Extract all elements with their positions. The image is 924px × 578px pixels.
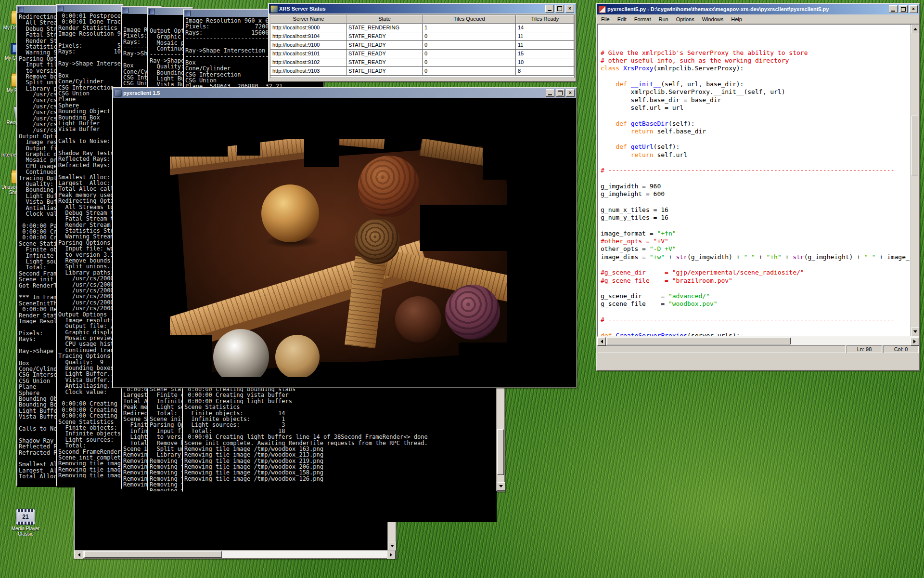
terminal-line: Removing tile image /tmp/woodbox_158.png xyxy=(184,470,495,475)
editor-text-area[interactable]: # Give the xmlrpclib's ServerProxy the a… xyxy=(597,24,919,337)
scroll-down-button[interactable] xyxy=(911,328,919,336)
unrendered-tile xyxy=(170,117,228,157)
scroll-right-icon xyxy=(913,340,918,343)
terminal-line: 0:00:01 Creating light buffers line 14 o… xyxy=(184,434,495,440)
menu-file[interactable]: File xyxy=(597,15,614,23)
status-col-indicator: Col: 0 xyxy=(883,345,919,353)
maximize-button[interactable] xyxy=(899,5,908,13)
menu-windows[interactable]: Windows xyxy=(698,15,728,23)
code-line xyxy=(601,26,910,33)
menu-run[interactable]: Run xyxy=(655,15,672,23)
xrs-cell[interactable]: STATE_READY xyxy=(346,32,423,41)
scrollbar-track[interactable] xyxy=(911,33,919,328)
minimize-icon xyxy=(891,11,895,12)
xrs-status-window[interactable]: XRS Server Status × Server NameStateTile… xyxy=(268,3,577,82)
scrollbar-track[interactable] xyxy=(83,551,387,558)
scroll-down-icon xyxy=(913,330,917,335)
xrs-cell[interactable]: http://localhost:9101 xyxy=(270,50,346,58)
wood-sphere-walnut xyxy=(355,219,400,264)
xrs-cell[interactable]: 15 xyxy=(516,50,574,58)
scrollbar-track[interactable] xyxy=(606,337,911,345)
media-player-classic-shortcut[interactable]: 21 Media Player Classic xyxy=(7,509,44,537)
xrs-cell[interactable]: http://localhost:9000 xyxy=(270,24,346,32)
editor-scrollbar-horizontal[interactable] xyxy=(597,337,919,345)
media-player-classic-icon: 21 xyxy=(16,509,35,525)
scroll-left-icon xyxy=(599,340,603,343)
xrs-cell[interactable]: STATE_READY xyxy=(346,67,423,76)
xrs-cell[interactable]: 0 xyxy=(423,32,516,41)
xrs-cell[interactable]: 0 xyxy=(423,41,516,50)
terminal-line xyxy=(58,55,121,61)
xrs-column-header[interactable]: State xyxy=(346,15,423,24)
xrs-cell[interactable]: STATE_READY xyxy=(346,41,423,50)
xrs-cell[interactable]: STATE_READY xyxy=(346,58,423,67)
scroll-left-icon xyxy=(76,553,80,557)
close-button[interactable]: × xyxy=(566,89,575,97)
menu-options[interactable]: Options xyxy=(672,15,698,23)
render-client-window[interactable]: pyxrsclient 1.5 × xyxy=(112,87,577,388)
terminal-line: Render Statistics xyxy=(58,25,121,31)
xrs-column-header[interactable]: Server Name xyxy=(270,15,346,24)
xrs-cell[interactable]: 11 xyxy=(516,41,574,50)
xrs-cell[interactable]: http://localhost:9100 xyxy=(270,41,346,50)
unrendered-tile xyxy=(170,335,212,377)
xrs-cell[interactable]: 1 xyxy=(423,24,516,32)
xrs-cell[interactable]: 0 xyxy=(423,67,516,76)
minimize-button[interactable] xyxy=(889,5,898,13)
editor-scrollbar-vertical[interactable] xyxy=(911,25,919,336)
xrs-column-header[interactable]: Tiles Ready xyxy=(516,15,574,24)
scroll-up-button[interactable] xyxy=(911,25,919,33)
scrollbar-thumb[interactable] xyxy=(607,338,791,344)
render-canvas xyxy=(113,98,576,387)
code-line: image_format = "+fn" xyxy=(601,230,910,237)
code-line xyxy=(601,112,910,119)
xrs-cell[interactable]: 10 xyxy=(516,58,574,67)
xrs-titlebar[interactable]: XRS Server Status × xyxy=(269,4,576,13)
xrs-cell[interactable]: 8 xyxy=(516,67,574,76)
scrollbar-thumb[interactable] xyxy=(497,429,504,475)
xrs-cell[interactable]: http://localhost:9104 xyxy=(270,32,346,41)
minimize-button[interactable] xyxy=(546,89,554,97)
xrs-cell[interactable]: 14 xyxy=(516,24,574,32)
minimize-icon xyxy=(548,10,552,11)
terminal-icon xyxy=(18,7,24,13)
code-line xyxy=(601,285,910,292)
render-titlebar[interactable]: pyxrsclient 1.5 × xyxy=(113,88,576,98)
scroll-left-button[interactable] xyxy=(597,337,606,346)
xrs-cell[interactable]: 0 xyxy=(423,58,516,67)
console-scrollbar-horizontal[interactable] xyxy=(75,550,396,558)
terminal-icon xyxy=(149,9,155,14)
menu-help[interactable]: Help xyxy=(727,15,746,23)
xrs-cell[interactable]: STATE_READY xyxy=(346,50,423,58)
close-button[interactable]: × xyxy=(565,5,574,13)
minimize-button[interactable] xyxy=(545,5,554,13)
maximize-button[interactable] xyxy=(555,5,564,13)
scroll-left-button[interactable] xyxy=(75,551,83,559)
status-line-indicator: Ln: 98 xyxy=(847,345,882,353)
xrs-cell[interactable]: http://localhost:9103 xyxy=(270,67,346,76)
scroll-right-button[interactable] xyxy=(387,551,396,559)
terminal-titlebar[interactable] xyxy=(57,5,123,12)
unrendered-tile xyxy=(320,362,388,377)
terminal-line: Light sources: 3 xyxy=(58,437,121,443)
terminal-line: Removing tile image /tmp/w xyxy=(58,460,121,466)
editor-titlebar[interactable]: pyxrsclient5.py - D:\cygwin\home\themaxx… xyxy=(597,4,919,14)
terminal-line: 0:00:01 Done Tracing xyxy=(58,19,121,25)
close-button[interactable]: × xyxy=(909,5,918,13)
menu-format[interactable]: Format xyxy=(630,15,655,23)
xrs-cell[interactable]: 0 xyxy=(423,50,516,58)
scroll-down-button[interactable] xyxy=(388,542,397,551)
scroll-right-button[interactable] xyxy=(911,337,919,346)
code-area[interactable]: # Give the xmlrpclib's ServerProxy the a… xyxy=(601,26,910,336)
xrs-cell[interactable]: 11 xyxy=(516,32,574,41)
xrs-cell[interactable]: STATE_RENDERING xyxy=(346,24,423,32)
xrs-cell[interactable]: http://localhost:9102 xyxy=(270,58,346,67)
xrs-column-header[interactable]: Tiles Queued xyxy=(423,15,516,24)
scroll-down-button[interactable] xyxy=(497,482,505,491)
editor-window[interactable]: pyxrsclient5.py - D:\cygwin\home\themaxx… xyxy=(596,3,920,371)
maximize-button[interactable] xyxy=(556,89,565,97)
scrollbar-thumb[interactable] xyxy=(911,116,918,175)
terminal-line: Clock value: 0.000 xyxy=(58,389,121,395)
menu-edit[interactable]: Edit xyxy=(614,15,630,23)
scrollbar-thumb[interactable] xyxy=(84,551,222,558)
